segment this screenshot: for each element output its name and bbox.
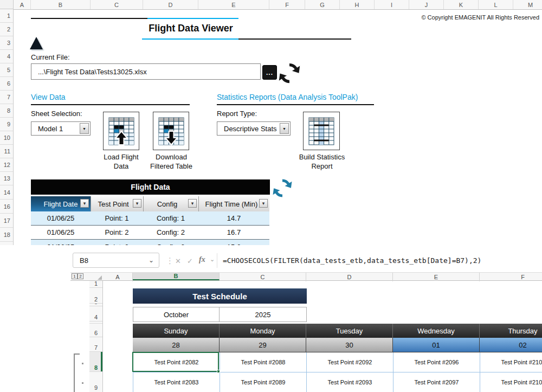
column-header[interactable]: D — [306, 273, 393, 281]
day-header[interactable]: Sunday — [133, 324, 220, 338]
test-point-cell[interactable]: Test Point #2088 — [220, 352, 307, 372]
flight-date-header[interactable]: Flight Date ▾ — [31, 196, 91, 211]
row-header[interactable]: 2 — [0, 23, 13, 36]
table-cell[interactable]: Config: 2 — [143, 226, 198, 239]
month-cell[interactable]: October — [133, 307, 220, 322]
day-header[interactable]: Wednesday — [393, 324, 480, 338]
column-header[interactable]: K — [444, 0, 479, 9]
row-header[interactable]: 5 — [0, 63, 13, 77]
date-cell[interactable]: 30 — [306, 338, 393, 352]
row-header[interactable]: 18 — [0, 228, 13, 242]
row-header[interactable]: 1 — [89, 281, 102, 288]
formula-input[interactable]: =CHOOSECOLS(FILTER(data_tests_etb,data_t… — [223, 256, 540, 265]
test-point-cell[interactable]: Test Point #2100 — [480, 352, 542, 372]
select-all-corner[interactable] — [0, 0, 14, 9]
column-header[interactable]: J — [409, 0, 444, 9]
date-cell[interactable]: 01 — [393, 338, 480, 352]
fill-handle[interactable] — [217, 370, 220, 373]
row-header[interactable]: 14 — [0, 185, 13, 200]
table-cell[interactable]: 01/06/25 — [31, 211, 91, 225]
table-cell[interactable]: 01/06/25 — [31, 226, 91, 239]
test-point-cell[interactable]: Test Point #2089 — [220, 372, 307, 392]
table-cell[interactable]: Point: 3 — [91, 240, 143, 245]
column-header[interactable]: D — [143, 0, 198, 9]
filter-dropdown-icon[interactable]: ▾ — [259, 199, 268, 208]
row-header[interactable]: 7 — [89, 337, 102, 352]
row-header[interactable]: 16 — [0, 200, 13, 214]
row-header[interactable]: 1 — [0, 9, 13, 23]
row-header[interactable]: 11 — [0, 145, 13, 158]
chevron-down-icon[interactable]: ⌄ — [149, 258, 159, 263]
select-all-corner[interactable] — [89, 273, 103, 280]
report-type-dropdown[interactable]: Descriptive Stats ▼ — [217, 121, 291, 136]
column-header-selected[interactable]: B — [133, 273, 220, 280]
outline-level-button[interactable]: 1 — [72, 273, 78, 279]
test-point-cell[interactable]: Test Point #2101 — [480, 372, 542, 392]
test-point-cell[interactable]: Test Point #2082 — [133, 352, 220, 372]
column-header[interactable]: C — [220, 273, 306, 281]
chevron-down-icon[interactable]: ▼ — [280, 123, 289, 134]
row-header[interactable]: 6 — [89, 324, 102, 337]
day-header[interactable]: Thursday — [480, 324, 542, 338]
table-cell[interactable]: Config: 1 — [143, 211, 198, 225]
enter-icon[interactable]: ✓ — [187, 257, 193, 265]
triangle-marker-icon[interactable] — [30, 37, 43, 49]
refresh-table-icon[interactable] — [272, 176, 293, 199]
filter-dropdown-icon[interactable]: ▾ — [188, 199, 197, 208]
table-cell[interactable]: 01/06/25 — [31, 240, 91, 245]
row-header[interactable]: 13 — [0, 172, 13, 185]
table-cell[interactable]: Point: 2 — [91, 226, 143, 239]
name-box[interactable]: B8 ⌄ — [73, 253, 159, 268]
row-header[interactable]: 12 — [0, 158, 13, 172]
column-header[interactable]: I — [375, 0, 409, 9]
row-header[interactable]: 3 — [0, 36, 13, 50]
column-header[interactable]: H — [340, 0, 375, 9]
row-header[interactable]: 4 — [89, 306, 102, 322]
table-cell[interactable]: 14.7 — [198, 211, 269, 225]
date-cell[interactable]: 28 — [133, 338, 220, 352]
test-point-header[interactable]: Test Point ▾ — [91, 196, 143, 211]
year-cell[interactable]: 2025 — [219, 307, 307, 322]
chevron-down-icon[interactable]: ⌄ — [210, 256, 215, 263]
table-cell[interactable]: Config: 3 — [143, 240, 198, 245]
column-header[interactable]: A — [103, 273, 133, 281]
test-point-cell[interactable]: Test Point #2092 — [307, 352, 393, 372]
column-header[interactable]: F — [269, 0, 305, 9]
date-cell[interactable]: 29 — [220, 338, 306, 352]
download-filtered-table-button[interactable] — [153, 112, 189, 150]
column-header[interactable]: M — [513, 0, 542, 9]
test-point-cell[interactable]: Test Point #2097 — [393, 372, 480, 392]
filter-dropdown-icon[interactable]: ▾ — [133, 199, 141, 208]
filter-dropdown-icon[interactable]: ▾ — [80, 199, 89, 208]
row-header[interactable]: 8 — [0, 104, 13, 118]
test-point-cell[interactable]: Test Point #2093 — [307, 372, 393, 392]
test-schedule-banner[interactable]: Test Schedule — [133, 288, 307, 304]
outline-group-bracket[interactable] — [74, 354, 80, 392]
column-header[interactable]: E — [393, 273, 480, 281]
test-point-cell[interactable]: Test Point #2096 — [393, 352, 480, 372]
flight-time-header[interactable]: Flight Time (Min) ▾ — [198, 196, 269, 211]
day-header[interactable]: Tuesday — [306, 324, 393, 338]
row-header[interactable]: 9 — [89, 372, 102, 391]
outline-level-button[interactable]: 2 — [78, 273, 83, 279]
column-header[interactable]: C — [91, 0, 143, 9]
sheet-selection-dropdown[interactable]: Model 1 ▼ — [31, 121, 91, 136]
table-cell[interactable]: Point: 1 — [91, 211, 143, 225]
column-header[interactable]: F — [480, 273, 542, 281]
chevron-down-icon[interactable]: ▼ — [80, 123, 89, 134]
cancel-icon[interactable]: ✕ — [175, 257, 181, 265]
refresh-file-icon[interactable] — [278, 60, 301, 85]
load-flight-data-button[interactable] — [103, 112, 139, 150]
browse-button[interactable]: ... — [262, 65, 277, 80]
row-header[interactable]: 9 — [0, 118, 13, 131]
day-header[interactable]: Monday — [220, 324, 306, 338]
date-cell[interactable]: 02 — [480, 338, 542, 352]
current-file-input[interactable]: ...\Flight Test Data\Tests13025.xlsx — [31, 63, 261, 80]
column-header[interactable]: A — [14, 0, 31, 9]
row-header[interactable]: 10 — [0, 131, 13, 145]
table-cell[interactable]: 16.7 — [198, 226, 269, 239]
column-header[interactable]: E — [198, 0, 269, 9]
row-header[interactable]: 17 — [0, 214, 13, 228]
row-header[interactable]: 2 — [89, 288, 102, 304]
row-header[interactable]: 4 — [0, 50, 13, 63]
